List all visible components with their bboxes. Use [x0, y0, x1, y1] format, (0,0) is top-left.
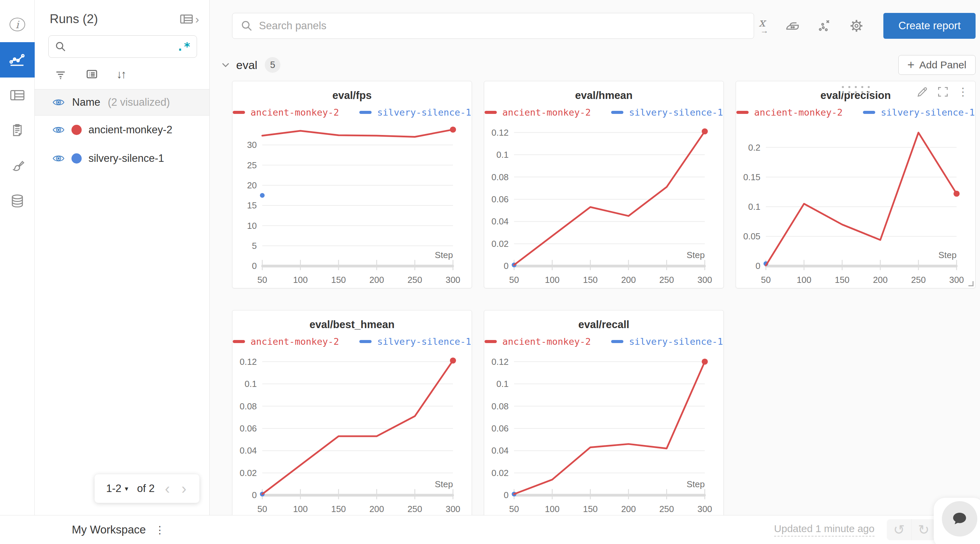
line-chart-icon	[8, 51, 26, 69]
runs-table-toggle-icon[interactable]	[179, 11, 194, 27]
smoothing-button[interactable]	[785, 18, 800, 34]
legend-item[interactable]: silvery-silence-1	[360, 107, 471, 117]
svg-text:100: 100	[545, 504, 559, 514]
fullscreen-panel-icon[interactable]	[937, 86, 949, 98]
x-axis-settings-button[interactable]: x →	[756, 18, 768, 34]
undo-button[interactable]: ↺	[887, 519, 911, 540]
legend-item[interactable]: silvery-silence-1	[863, 107, 975, 117]
rail-item-overview[interactable]: i	[0, 7, 35, 42]
collapse-section-chevron[interactable]	[221, 60, 231, 70]
run-row-silvery-silence-1[interactable]: silvery-silence-1	[35, 144, 209, 173]
edit-panel-icon[interactable]	[917, 86, 928, 98]
rail-item-table[interactable]	[0, 78, 35, 113]
page-range-dropdown[interactable]: 1-2 ▾	[106, 482, 128, 495]
svg-text:0.1: 0.1	[496, 379, 509, 389]
legend-item[interactable]: ancient-monkey-2	[233, 336, 339, 347]
panel-search-input[interactable]	[259, 20, 746, 32]
svg-text:0.15: 0.15	[743, 172, 760, 182]
runs-search-input[interactable]	[71, 41, 177, 52]
x-axis-label: Step	[435, 250, 453, 260]
legend-run-name: ancient-monkey-2	[754, 107, 843, 117]
svg-text:5: 5	[252, 241, 256, 251]
svg-text:0.06: 0.06	[492, 195, 508, 204]
workspace-settings-button[interactable]	[849, 18, 864, 34]
caret-down-icon: ▾	[125, 484, 128, 493]
panel-resize-handle[interactable]	[969, 281, 974, 286]
runs-pagination: 1-2 ▾ of 2 ‹ ›	[95, 474, 199, 503]
svg-text:250: 250	[911, 275, 926, 285]
runs-search-box: .*	[48, 35, 197, 58]
panel-menu-button[interactable]: ⋮	[958, 86, 969, 97]
legend-run-name: silvery-silence-1	[629, 107, 723, 117]
legend-item[interactable]: ancient-monkey-2	[233, 107, 339, 117]
workspace-menu-button[interactable]: ⋮	[155, 524, 165, 536]
eye-icon[interactable]	[52, 124, 65, 136]
svg-text:50: 50	[257, 504, 267, 514]
svg-text:250: 250	[659, 275, 674, 285]
runs-title: Runs (2)	[50, 12, 98, 26]
svg-text:200: 200	[621, 504, 636, 514]
svg-text:0.04: 0.04	[492, 217, 508, 227]
svg-text:0.08: 0.08	[492, 172, 508, 182]
svg-text:0.02: 0.02	[240, 468, 256, 478]
outliers-button[interactable]	[817, 18, 832, 34]
prev-page-button[interactable]: ‹	[164, 481, 172, 496]
filter-runs-button[interactable]	[54, 67, 67, 81]
eye-icon[interactable]	[52, 152, 65, 165]
regex-toggle-icon[interactable]: .*	[177, 40, 191, 53]
legend-run-name: ancient-monkey-2	[502, 336, 591, 347]
add-panel-button[interactable]: + Add Panel	[898, 55, 975, 75]
panel-drag-handle[interactable]	[842, 86, 870, 93]
sort-runs-button[interactable]: ↓↑	[116, 68, 125, 81]
svg-text:100: 100	[797, 275, 811, 285]
eye-icon[interactable]	[52, 96, 65, 108]
redo-button[interactable]: ↻	[911, 519, 936, 540]
svg-text:0.04: 0.04	[240, 446, 256, 455]
search-icon	[55, 41, 66, 52]
run-name-label: silvery-silence-1	[89, 152, 164, 165]
legend-item[interactable]: silvery-silence-1	[611, 107, 723, 117]
legend-item[interactable]: ancient-monkey-2	[737, 107, 843, 117]
chart-title: eval/fps	[232, 89, 472, 102]
rail-item-artifacts[interactable]	[0, 184, 35, 219]
clipboard-icon	[9, 122, 25, 139]
chat-bubble-icon	[951, 510, 969, 528]
svg-text:300: 300	[698, 275, 712, 285]
chevron-down-icon	[221, 60, 231, 70]
chart-legend: ancient-monkey-2silvery-silence-1	[232, 105, 472, 119]
svg-text:0.06: 0.06	[492, 423, 508, 433]
legend-item[interactable]: silvery-silence-1	[611, 336, 723, 347]
name-column-label: Name	[72, 96, 100, 108]
svg-text:20: 20	[247, 181, 257, 190]
group-runs-button[interactable]	[85, 67, 99, 81]
expand-runs-chevron[interactable]: ›	[195, 13, 199, 25]
rail-item-files[interactable]	[0, 148, 35, 184]
chart-canvas: 00.020.040.060.080.10.125010015020025030…	[484, 119, 724, 286]
runs-name-header-row[interactable]: Name (2 visualized)	[35, 89, 209, 116]
svg-text:50: 50	[257, 275, 267, 285]
svg-text:200: 200	[369, 275, 384, 285]
workspace-main: x →	[210, 0, 980, 515]
svg-text:150: 150	[835, 275, 850, 285]
svg-text:25: 25	[247, 160, 257, 170]
chart-panel: eval/best_hmeanancient-monkey-2silvery-s…	[232, 310, 472, 517]
svg-text:0.08: 0.08	[240, 401, 256, 411]
workspace-topbar: x →	[210, 0, 980, 39]
create-report-button[interactable]: Create report	[883, 13, 975, 39]
chart-legend: ancient-monkey-2silvery-silence-1	[484, 334, 724, 349]
run-row-ancient-monkey-2[interactable]: ancient-monkey-2	[35, 116, 209, 144]
legend-item[interactable]: ancient-monkey-2	[485, 336, 591, 347]
svg-text:100: 100	[293, 275, 308, 285]
x-axis-label: Step	[687, 479, 705, 489]
legend-run-name: silvery-silence-1	[377, 107, 471, 117]
svg-text:0.08: 0.08	[492, 401, 508, 411]
legend-item[interactable]: ancient-monkey-2	[485, 107, 591, 117]
rail-item-charts[interactable]	[0, 42, 35, 78]
section-title[interactable]: eval	[236, 59, 257, 72]
rail-item-logs[interactable]	[0, 113, 35, 148]
svg-text:30: 30	[247, 140, 257, 150]
chat-launcher-button[interactable]	[942, 501, 977, 536]
next-page-button[interactable]: ›	[180, 481, 188, 496]
legend-item[interactable]: silvery-silence-1	[360, 336, 471, 347]
svg-text:150: 150	[331, 275, 346, 285]
